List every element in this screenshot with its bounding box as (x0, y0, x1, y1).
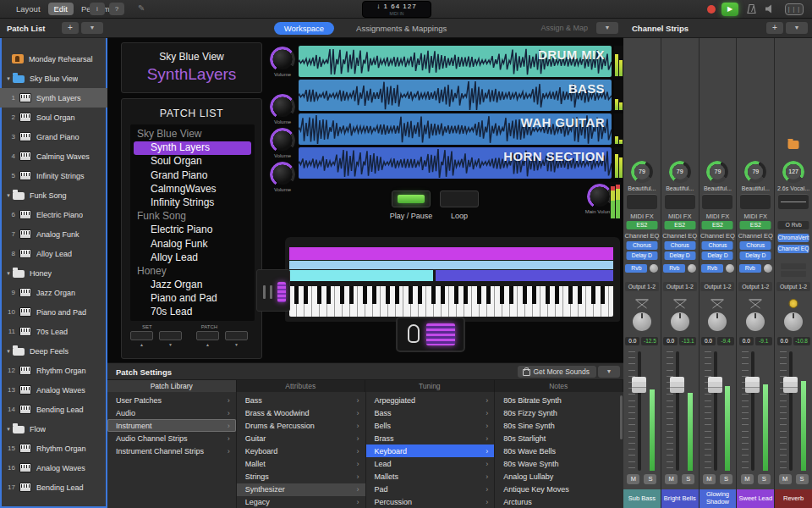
mode-edit[interactable]: Edit (48, 3, 74, 15)
pan-knob[interactable] (671, 312, 689, 331)
library-item-bass[interactable]: Bass› (237, 394, 365, 406)
patch-row-analog-funk[interactable]: 7Analog Funk (0, 224, 107, 244)
mute-button[interactable]: M (665, 474, 678, 484)
list-item[interactable]: Piano and Pad (130, 292, 255, 306)
fader-cap[interactable] (745, 377, 760, 393)
set-row-flow[interactable]: ▾Flow (0, 419, 107, 439)
library-item-pad[interactable]: Pad› (366, 483, 495, 496)
library-item-guitar[interactable]: Guitar› (237, 432, 365, 444)
tab-assignments-mappings[interactable]: Assignments & Mappings (346, 22, 457, 35)
volume-fader[interactable] (700, 350, 737, 472)
list-item[interactable]: Electric Piano (130, 224, 255, 237)
send-knob[interactable] (764, 264, 772, 273)
send-knob[interactable] (650, 264, 658, 273)
plugin-thumbnail[interactable] (702, 194, 732, 209)
patch-row-analog-waves[interactable]: 13Analog Waves (0, 380, 107, 400)
strip-name[interactable]: Reverb (775, 489, 812, 508)
send-rvb[interactable]: Rvb (663, 264, 685, 273)
fx-slot-chorus[interactable]: Chorus (740, 241, 771, 250)
volume-fader[interactable] (623, 350, 661, 472)
solo-button[interactable]: S (720, 474, 732, 484)
set-row-funk-song[interactable]: ▾Funk Song (0, 185, 107, 205)
help-button[interactable]: ? (109, 3, 124, 15)
eq-slot[interactable]: Channel EQ (623, 232, 661, 240)
send-rvb[interactable]: Rvb (625, 264, 647, 273)
send-knob[interactable] (688, 264, 696, 273)
instrument-slot[interactable]: ES2 (664, 221, 695, 229)
layer-band-sweet-lead[interactable]: Sweet Lead (289, 247, 613, 260)
smart-knob[interactable]: 79 (706, 161, 728, 183)
set-row-honey[interactable]: ▾Honey (0, 263, 107, 283)
solo-button[interactable]: S (796, 474, 809, 484)
fx-slot-chorus[interactable]: Chorus (702, 241, 733, 250)
preset-80s-sine-synth[interactable]: 80s Sine Synth (495, 419, 623, 432)
loop-button[interactable] (440, 190, 479, 207)
instrument-slot[interactable]: ES2 (702, 221, 733, 229)
pan-knob[interactable] (708, 312, 727, 331)
knob[interactable] (272, 49, 293, 69)
smart-knob[interactable]: 127 (782, 161, 804, 183)
master-mute-button[interactable]: | | | (785, 3, 804, 15)
patch-row-jazz-organ[interactable]: 9Jazz Organ (0, 283, 107, 302)
fx-slot-chorus[interactable]: Chorus (626, 241, 657, 250)
plugin-thumbnail[interactable] (778, 194, 809, 209)
tab-attributes[interactable]: Attributes (237, 380, 366, 392)
library-item-instrument-channel-strips[interactable]: Instrument Channel Strips› (107, 444, 236, 457)
play-pause-button[interactable] (392, 190, 431, 207)
plugin-thumbnail[interactable] (627, 194, 657, 209)
library-item-synthesizer[interactable]: Synthesizer› (237, 483, 365, 496)
output-slot[interactable]: Output 1-2 (776, 282, 810, 291)
library-item-audio-channel-strips[interactable]: Audio Channel Strips› (107, 432, 236, 444)
mod-wheel[interactable] (270, 285, 272, 299)
pan-knob[interactable] (633, 312, 651, 331)
pitch-mod-module[interactable] (256, 269, 290, 312)
play-button[interactable]: ▶ (721, 3, 738, 16)
preset-80s-starlight[interactable]: 80s Starlight (495, 432, 623, 444)
patch-row-electric-piano[interactable]: 6Electric Piano (0, 205, 107, 224)
library-item-brass-woodwind[interactable]: Brass & Woodwind› (237, 406, 365, 419)
eq-slot[interactable]: Channel EQ (700, 232, 737, 240)
info-button[interactable]: i (90, 3, 105, 15)
knob[interactable] (272, 164, 293, 185)
strip-name[interactable]: Sub Bass (623, 489, 661, 508)
mode-layout[interactable]: Layout (10, 3, 47, 15)
pan-knob[interactable] (784, 312, 803, 331)
patch-settings-action-menu[interactable]: ▼ (598, 366, 620, 378)
patch-down-button[interactable] (225, 331, 248, 340)
library-item-brass[interactable]: Brass› (366, 432, 495, 444)
input-slot[interactable]: O Rvb (778, 221, 809, 229)
layer-band-glowing-shadow[interactable]: Glowing Shadow (289, 261, 613, 269)
patch-row-synth-layers[interactable]: 1Synth Layers (0, 88, 107, 108)
output-slot[interactable]: Output 1-2 (663, 282, 697, 291)
fader-cap[interactable] (632, 377, 646, 393)
list-item[interactable]: 70s Lead (130, 306, 255, 319)
fx-slot-delay[interactable]: Delay D (664, 251, 695, 260)
fx-slot-channel-eq[interactable]: Channel EQ (778, 245, 809, 253)
patch-row-infinity-strings[interactable]: 5Infinity Strings (0, 166, 107, 185)
library-item-user-patches[interactable]: User Patches› (107, 394, 236, 406)
record-button[interactable] (707, 5, 716, 14)
plugin-thumbnail[interactable] (740, 194, 771, 209)
volume-fader[interactable] (737, 350, 774, 472)
list-item-selected[interactable]: Synth Layers (134, 141, 251, 155)
library-item-legacy[interactable]: Legacy› (237, 496, 365, 508)
patch-row-alloy-lead[interactable]: 8Alloy Lead (0, 244, 107, 263)
preset-arcturus[interactable]: Arcturus (495, 496, 623, 508)
scrollbar[interactable] (620, 395, 623, 439)
concert-row[interactable]: Monday Rehearsal (0, 49, 107, 69)
library-item-arpeggiated[interactable]: Arpeggiated› (366, 394, 495, 406)
library-item-drums-percussion[interactable]: Drums & Percussion› (237, 419, 365, 432)
strip-name[interactable]: Bright Bells (661, 489, 699, 508)
knob[interactable] (272, 97, 293, 117)
set-row-sky-blue-view[interactable]: ▾Sky Blue View (0, 69, 107, 88)
set-up-button[interactable] (130, 331, 153, 340)
fx-slot-chorus[interactable]: Chorus (664, 241, 695, 250)
list-item[interactable]: Jazz Organ (130, 279, 255, 292)
library-item-keyboard-selected[interactable]: Keyboard› (366, 444, 495, 457)
list-item[interactable]: CalmngWaves (130, 183, 255, 196)
volume-fader[interactable] (775, 350, 812, 472)
send-rvb[interactable]: Rvb (739, 264, 761, 273)
patch-row-bending-lead[interactable]: 14Bending Lead (0, 400, 107, 419)
edit-pencil-icon[interactable]: ✎ (138, 3, 145, 13)
library-item-lead[interactable]: Lead› (366, 457, 495, 470)
